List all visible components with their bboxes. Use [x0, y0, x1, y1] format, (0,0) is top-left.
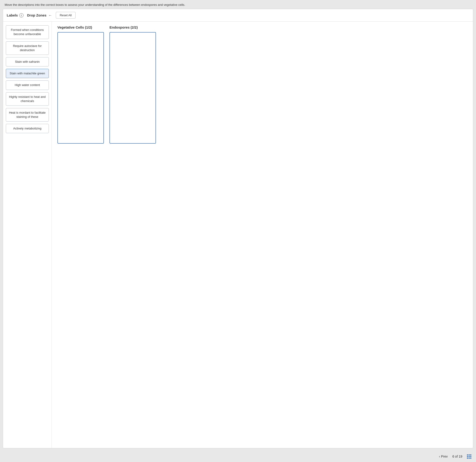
drop-zone-box-1[interactable] [57, 32, 104, 144]
reset-all-button[interactable]: Reset All [56, 12, 76, 19]
drop-zone-column-1: Vegetative Cells (1/2) [57, 25, 104, 144]
labels-section-header: Labels i [7, 13, 24, 17]
label-card-5-text: High water content [15, 83, 40, 87]
drop-zones-area: Vegetative Cells (1/2) Endospores (2/2) [52, 22, 473, 448]
label-card-3-text: Stain with safranin [15, 60, 40, 63]
labels-title: Labels [7, 13, 18, 17]
prev-button[interactable]: ‹ Prev [439, 454, 448, 458]
footer-nav: ‹ Prev 6 of 19 [0, 451, 476, 462]
toolbar: Labels i Drop Zones ← Reset All [3, 9, 473, 22]
drop-zone-columns: Vegetative Cells (1/2) Endospores (2/2) [57, 25, 468, 144]
grid-view-icon[interactable] [467, 454, 471, 459]
instruction-text: Move the descriptions into the correct b… [0, 0, 476, 9]
drop-zone-title-2: Endospores (2/2) [110, 25, 156, 29]
drop-zone-box-2[interactable] [110, 32, 156, 144]
arrow-left-icon: ← [48, 13, 52, 17]
label-card-4[interactable]: Stain with malachite green [6, 69, 49, 78]
label-card-7-text: Heat is mordant to facilitate staining o… [9, 111, 46, 118]
label-card-5[interactable]: High water content [6, 80, 49, 90]
prev-chevron-icon: ‹ [439, 454, 440, 458]
prev-button-label: Prev [441, 454, 448, 458]
label-card-4-text: Stain with malachite green [9, 72, 45, 75]
label-card-6[interactable]: Highly resistant to heat and chemicals [6, 92, 49, 106]
grid-icon [467, 454, 471, 459]
label-card-2-text: Require autoclave for destruction [13, 44, 42, 52]
label-card-6-text: Highly resistant to heat and chemicals [9, 95, 46, 103]
label-card-8-text: Actively metabolizing [13, 127, 41, 130]
drop-zones-title: Drop Zones [27, 13, 46, 17]
labels-column: Formed when conditions become unfavorabl… [3, 22, 52, 448]
content-area: Formed when conditions become unfavorabl… [3, 22, 473, 448]
drop-zone-title-1: Vegetative Cells (1/2) [57, 25, 104, 29]
page-indicator: 6 of 19 [452, 454, 462, 458]
label-card-1-text: Formed when conditions become unfavorabl… [11, 28, 44, 36]
label-card-3[interactable]: Stain with safranin [6, 57, 49, 67]
drop-zone-column-2: Endospores (2/2) [110, 25, 156, 144]
drop-zones-section-header: Drop Zones ← [27, 13, 52, 17]
label-card-2[interactable]: Require autoclave for destruction [6, 41, 49, 55]
page-container: Move the descriptions into the correct b… [0, 0, 476, 462]
label-card-7[interactable]: Heat is mordant to facilitate staining o… [6, 108, 49, 122]
info-icon[interactable]: i [19, 13, 24, 17]
main-panel: Labels i Drop Zones ← Reset All Formed w… [3, 9, 473, 448]
label-card-1[interactable]: Formed when conditions become unfavorabl… [6, 25, 49, 39]
label-card-8[interactable]: Actively metabolizing [6, 124, 49, 133]
